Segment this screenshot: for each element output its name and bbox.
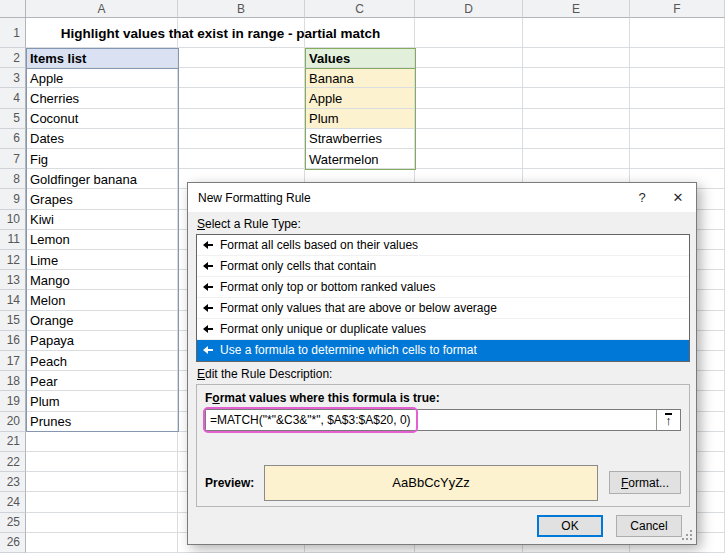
cell-D7[interactable] (415, 149, 523, 169)
ok-button[interactable]: OK (537, 515, 603, 537)
cell-A3[interactable]: Apple (26, 68, 178, 88)
cell-A4[interactable]: Cherries (26, 88, 178, 108)
row-header-6[interactable]: 6 (0, 129, 26, 149)
cell-A1[interactable] (26, 18, 178, 48)
rule-type-item-3[interactable]: Format only values that are above or bel… (197, 298, 689, 319)
cell-B4[interactable] (178, 88, 305, 108)
cell-B5[interactable] (178, 109, 305, 129)
cell-A16[interactable]: Papaya (26, 331, 178, 351)
cell-B6[interactable] (178, 129, 305, 149)
cancel-button[interactable]: Cancel (616, 515, 682, 537)
cell-A7[interactable]: Fig (26, 149, 178, 169)
resize-grip[interactable] (682, 530, 692, 540)
row-header-3[interactable]: 3 (0, 68, 26, 88)
row-header-15[interactable]: 15 (0, 311, 26, 331)
row-header-17[interactable]: 17 (0, 351, 26, 371)
cell-A20[interactable]: Prunes (26, 412, 178, 432)
cell-F5[interactable] (630, 109, 725, 129)
cell-D5[interactable] (415, 109, 523, 129)
column-header-A[interactable]: A (26, 0, 178, 18)
cell-A22[interactable] (26, 452, 178, 472)
format-button[interactable]: Format... (609, 471, 681, 494)
cell-A18[interactable]: Pear (26, 371, 178, 391)
row-header-12[interactable]: 12 (0, 250, 26, 270)
row-header-1[interactable]: 1 (0, 18, 26, 48)
cell-C3[interactable]: Banana (305, 68, 415, 88)
select-all-corner[interactable] (0, 0, 26, 18)
column-header-F[interactable]: F (630, 0, 725, 18)
row-header-4[interactable]: 4 (0, 88, 26, 108)
row-header-19[interactable]: 19 (0, 391, 26, 411)
cell-A23[interactable] (26, 472, 178, 492)
cell-B1[interactable] (178, 18, 305, 48)
cell-A17[interactable]: Peach (26, 351, 178, 371)
cell-E1[interactable] (523, 18, 630, 48)
cell-F7[interactable] (630, 149, 725, 169)
cell-B3[interactable] (178, 68, 305, 88)
cell-D1[interactable] (415, 18, 523, 48)
row-header-23[interactable]: 23 (0, 472, 26, 492)
cell-C4[interactable]: Apple (305, 88, 415, 108)
cell-C2[interactable]: Values (305, 48, 415, 68)
cell-A19[interactable]: Plum (26, 391, 178, 411)
cell-E2[interactable] (523, 48, 630, 68)
row-header-10[interactable]: 10 (0, 210, 26, 230)
cell-E4[interactable] (523, 88, 630, 108)
close-button[interactable]: ✕ (660, 183, 696, 212)
cell-C1[interactable] (305, 18, 415, 48)
cell-C5[interactable]: Plum (305, 109, 415, 129)
cell-F4[interactable] (630, 88, 725, 108)
row-header-22[interactable]: 22 (0, 452, 26, 472)
row-header-26[interactable]: 26 (0, 533, 26, 553)
cell-E7[interactable] (523, 149, 630, 169)
cell-C7[interactable]: Watermelon (305, 149, 415, 169)
cell-D3[interactable] (415, 68, 523, 88)
row-header-13[interactable]: 13 (0, 270, 26, 290)
cell-A13[interactable]: Mango (26, 270, 178, 290)
cell-C6[interactable]: Strawberries (305, 129, 415, 149)
cell-A26[interactable] (26, 533, 178, 553)
cell-A24[interactable] (26, 492, 178, 512)
dialog-titlebar[interactable]: New Formatting Rule ? ✕ (188, 183, 696, 212)
row-header-2[interactable]: 2 (0, 48, 26, 68)
cell-A12[interactable]: Lime (26, 250, 178, 270)
row-header-21[interactable]: 21 (0, 432, 26, 452)
cell-A10[interactable]: Kiwi (26, 210, 178, 230)
cell-A6[interactable]: Dates (26, 129, 178, 149)
rule-type-item-2[interactable]: Format only top or bottom ranked values (197, 277, 689, 298)
cell-F2[interactable] (630, 48, 725, 68)
row-header-8[interactable]: 8 (0, 169, 26, 189)
row-header-24[interactable]: 24 (0, 492, 26, 512)
cell-D4[interactable] (415, 88, 523, 108)
cell-A11[interactable]: Lemon (26, 230, 178, 250)
cell-D2[interactable] (415, 48, 523, 68)
cell-E3[interactable] (523, 68, 630, 88)
row-header-16[interactable]: 16 (0, 331, 26, 351)
cell-A2[interactable]: Items list (26, 48, 178, 68)
row-header-20[interactable]: 20 (0, 412, 26, 432)
row-header-9[interactable]: 9 (0, 189, 26, 209)
cell-D6[interactable] (415, 129, 523, 149)
cell-A9[interactable]: Grapes (26, 189, 178, 209)
column-header-C[interactable]: C (305, 0, 415, 18)
column-header-E[interactable]: E (523, 0, 630, 18)
cell-B2[interactable] (178, 48, 305, 68)
cell-A15[interactable]: Orange (26, 311, 178, 331)
row-header-5[interactable]: 5 (0, 109, 26, 129)
column-header-B[interactable]: B (178, 0, 305, 18)
formula-input[interactable] (205, 409, 681, 431)
rule-type-item-0[interactable]: Format all cells based on their values (197, 235, 689, 256)
cell-B7[interactable] (178, 149, 305, 169)
cell-F6[interactable] (630, 129, 725, 149)
cell-E6[interactable] (523, 129, 630, 149)
cell-E5[interactable] (523, 109, 630, 129)
column-header-D[interactable]: D (415, 0, 523, 18)
row-header-18[interactable]: 18 (0, 371, 26, 391)
row-header-25[interactable]: 25 (0, 513, 26, 533)
rule-type-item-4[interactable]: Format only unique or duplicate values (197, 319, 689, 340)
cell-A5[interactable]: Coconut (26, 109, 178, 129)
row-header-11[interactable]: 11 (0, 230, 26, 250)
row-header-7[interactable]: 7 (0, 149, 26, 169)
help-button[interactable]: ? (624, 183, 660, 212)
collapse-dialog-button[interactable]: ↑ (656, 410, 680, 430)
